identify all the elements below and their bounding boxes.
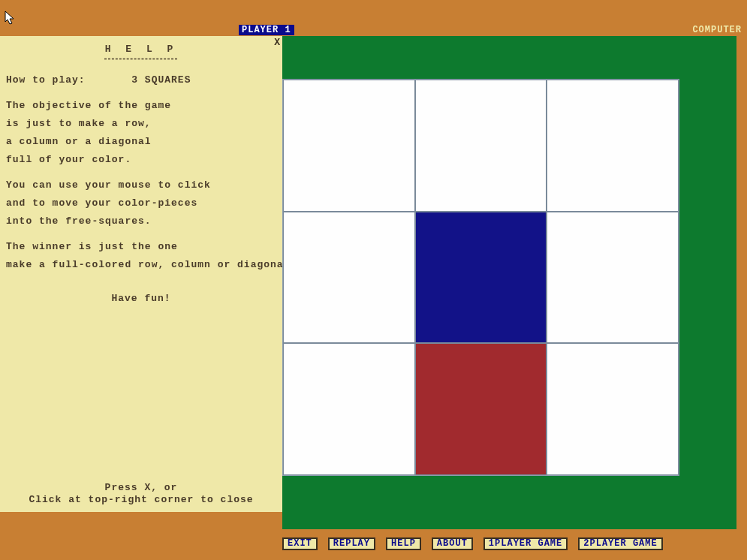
board-cell-0-1[interactable] xyxy=(415,80,547,212)
help-howto: How to play: 3 SQUARES xyxy=(6,74,276,86)
help-line: You can use your mouse to click xyxy=(6,179,276,191)
help-line: and to move your color-pieces xyxy=(6,197,276,209)
board-cell-2-2[interactable] xyxy=(547,343,679,475)
help-game-name: 3 SQUARES xyxy=(131,74,191,86)
help-footer: Press X, or Click at top-right corner to… xyxy=(0,482,282,507)
replay-button[interactable]: REPLAY xyxy=(328,537,375,550)
game-area xyxy=(282,36,736,529)
help-footer-line2: Click at top-right corner to close xyxy=(0,494,282,506)
help-line: a column or a diagonal xyxy=(6,136,276,147)
computer-label: COMPUTER xyxy=(692,25,742,35)
player-label: PLAYER 1 xyxy=(239,25,294,35)
one-player-button[interactable]: 1PLAYER GAME xyxy=(483,537,568,550)
board-cell-1-0[interactable] xyxy=(283,212,415,344)
button-bar: EXIT REPLAY HELP ABOUT 1PLAYER GAME 2PLA… xyxy=(282,537,747,552)
board-cell-1-2[interactable] xyxy=(547,212,679,344)
help-line: into the free-squares. xyxy=(6,215,276,227)
cursor-icon xyxy=(5,11,17,26)
help-footer-line1: Press X, or xyxy=(0,482,282,494)
help-line: The objective of the game xyxy=(6,100,276,111)
board-cell-2-1[interactable] xyxy=(415,343,547,475)
exit-button[interactable]: EXIT xyxy=(282,537,318,550)
help-line: is just to make a row, xyxy=(6,118,276,129)
board-cell-0-0[interactable] xyxy=(283,80,415,212)
help-panel: X H E L P How to play: 3 SQUARES The obj… xyxy=(0,36,282,512)
two-player-button[interactable]: 2PLAYER GAME xyxy=(578,537,662,550)
close-icon[interactable]: X xyxy=(274,37,280,48)
game-board xyxy=(282,79,679,476)
help-line: The winner is just the one xyxy=(6,241,276,252)
about-button[interactable]: ABOUT xyxy=(432,537,473,550)
help-title: H E L P xyxy=(6,44,276,55)
help-line: make a full-colored row, column or diago… xyxy=(6,259,276,270)
board-cell-1-1[interactable] xyxy=(415,212,547,344)
top-bar: PLAYER 1 COMPUTER xyxy=(0,25,747,35)
help-button[interactable]: HELP xyxy=(386,537,421,550)
help-line: full of your color. xyxy=(6,154,276,165)
board-cell-0-2[interactable] xyxy=(547,80,679,212)
help-howto-prefix: How to play: xyxy=(6,74,86,86)
help-fun: Have fun! xyxy=(6,293,276,304)
board-cell-2-0[interactable] xyxy=(283,343,415,475)
